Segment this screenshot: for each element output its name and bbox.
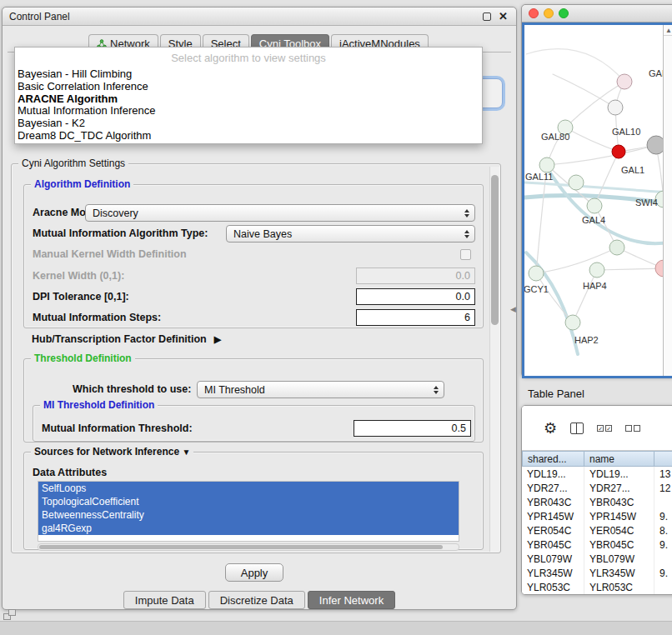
field-value: 0.0 xyxy=(456,291,470,302)
apply-button[interactable]: Apply xyxy=(225,563,283,582)
attribute-item-topologicalcoefficient[interactable]: TopologicalCoefficient xyxy=(38,495,459,508)
combobox-value: MI Threshold xyxy=(204,384,434,396)
table-header-row: shared...name xyxy=(522,451,672,467)
node-label-gal: GAL xyxy=(649,68,663,78)
network-node[interactable] xyxy=(609,240,624,255)
column-header-shared[interactable]: shared... xyxy=(522,451,584,467)
network-node[interactable] xyxy=(655,260,663,277)
algorithm-option-basic-correlation-inference[interactable]: Basic Correlation Inference xyxy=(15,81,482,93)
bottom-tab-infer-network[interactable]: Infer Network xyxy=(308,591,395,609)
network-node[interactable] xyxy=(589,262,604,278)
table-cell: YLR053C xyxy=(584,580,654,594)
select-all-columns-icon[interactable]: ✓✓ xyxy=(597,425,612,432)
bottom-tab-impute-data[interactable]: Impute Data xyxy=(123,591,206,609)
mi-threshold-definition-group: MI Threshold Definition Mutual Informati… xyxy=(33,405,475,442)
network-edge[interactable] xyxy=(553,74,615,108)
control-panel-window: Control Panel ✕ NetworkStyleSelectCyni T… xyxy=(2,7,517,610)
algorithm-definition-group: Algorithm Definition Aracne Mode: Discov… xyxy=(23,184,484,328)
network-node[interactable] xyxy=(565,315,580,330)
deselect-all-columns-icon[interactable] xyxy=(625,425,640,432)
network-node[interactable] xyxy=(612,145,625,158)
network-vertical-scrollbar[interactable]: ▲ xyxy=(663,25,672,376)
scroll-up-arrow-icon[interactable]: ▲ xyxy=(664,25,672,36)
table-cell: YER054C xyxy=(522,523,584,538)
network-edge[interactable] xyxy=(526,49,624,82)
network-node[interactable] xyxy=(587,198,602,213)
gear-icon[interactable]: ⚙ xyxy=(544,421,557,436)
combobox-value: Discovery xyxy=(93,208,464,219)
attribute-item-selfloops[interactable]: SelfLoops xyxy=(38,482,459,495)
algorithm-option-bayesian-hill-climbing[interactable]: Bayesian - Hill Climbing xyxy=(15,68,482,81)
node-label-gal1: GAL1 xyxy=(621,165,644,175)
network-canvas[interactable]: GALGAL80GAL10GAL11GAL1SWI4GAL4GCY1HAP4HA… xyxy=(522,22,672,378)
close-window-icon[interactable]: ✕ xyxy=(499,10,508,22)
show-columns-icon[interactable] xyxy=(570,422,584,434)
table-row[interactable]: YBR043CYBR043C xyxy=(522,495,672,509)
dropdown-placeholder: Select algorithm to view settings xyxy=(15,50,482,68)
attribute-item-gal4rgexp[interactable]: gal4RGexp xyxy=(38,522,459,535)
network-node[interactable] xyxy=(569,175,584,190)
algorithm-option-aracne-algorithm[interactable]: ARACNE Algorithm xyxy=(15,93,482,106)
combobox-arrows-icon xyxy=(464,230,469,238)
combobox-value: Naive Bayes xyxy=(233,228,464,240)
float-window-icon[interactable] xyxy=(483,12,491,21)
scrollbar-thumb[interactable] xyxy=(39,545,443,549)
sources-for-network-inference-group: Sources for Network Inference ▼ Data Att… xyxy=(23,452,484,550)
splitter-collapse-arrow-icon[interactable]: ◀ xyxy=(510,305,516,313)
hub-transcription-factor-expander[interactable]: Hub/Transcription Factor Definition▶ xyxy=(32,333,221,345)
manual-kernel-width-label: Manual Kernel Width Definition xyxy=(33,248,187,260)
table-row[interactable]: YDR27...YDR27...12 xyxy=(522,481,672,495)
attributes-horizontal-scrollbar[interactable] xyxy=(38,543,459,551)
algorithm-option-bayesian-k2[interactable]: Bayesian - K2 xyxy=(15,118,482,130)
bottom-tab-discretize-data[interactable]: Discretize Data xyxy=(208,591,305,609)
threshold-definition-title: Threshold Definition xyxy=(31,352,135,364)
attribute-item-betweennesscentrality[interactable]: BetweennessCentrality xyxy=(38,508,459,522)
combobox-arrows-icon xyxy=(464,209,469,218)
table-cell: YLR345W xyxy=(522,566,584,580)
mi-steps-field[interactable]: 6 xyxy=(356,309,475,326)
table-row[interactable]: YBL079WYBL079W xyxy=(522,552,672,566)
mi-threshold-field[interactable]: 0.5 xyxy=(354,420,471,437)
network-node[interactable] xyxy=(617,74,632,89)
column-header-name[interactable]: name xyxy=(584,451,654,467)
algorithm-option-mutual-information-inference[interactable]: Mutual Information Inference xyxy=(15,105,482,118)
table-panel-window: ⚙ ✓✓ shared...name YDL19...YDL19...13YDR… xyxy=(521,405,672,595)
minimize-traffic-light-icon[interactable] xyxy=(544,8,554,18)
scrollbar-thumb[interactable] xyxy=(491,175,499,325)
table-row[interactable]: YER054CYER054C8. xyxy=(522,523,672,538)
network-node[interactable] xyxy=(539,158,554,172)
network-edge[interactable] xyxy=(573,270,597,322)
table-row[interactable]: YDL19...YDL19...13 xyxy=(522,467,672,481)
which-threshold-combobox[interactable]: MI Threshold xyxy=(197,381,444,398)
table-row[interactable]: YBR045CYBR045C9. xyxy=(522,538,672,552)
dpi-tolerance-field[interactable]: 0.0 xyxy=(356,288,475,305)
zoom-traffic-light-icon[interactable] xyxy=(559,8,569,18)
network-node[interactable] xyxy=(529,266,544,281)
network-edge[interactable] xyxy=(565,128,619,152)
settings-vertical-scrollbar[interactable] xyxy=(489,167,499,552)
expanded-triangle-icon[interactable]: ▼ xyxy=(182,448,190,457)
table-row[interactable]: YLR345WYLR345W9. xyxy=(522,566,672,580)
mi-algorithm-type-combobox[interactable]: Naive Bayes xyxy=(226,225,475,242)
control-panel-titlebar[interactable]: Control Panel ✕ xyxy=(3,8,516,26)
restore-panels-icon[interactable] xyxy=(3,609,18,622)
table-row[interactable]: YPR145WYPR145W9. xyxy=(522,509,672,523)
column-header-extra[interactable] xyxy=(654,451,672,467)
network-edge[interactable] xyxy=(597,268,663,270)
network-node[interactable] xyxy=(608,100,623,115)
close-traffic-light-icon[interactable] xyxy=(529,8,539,18)
network-graph: GALGAL80GAL10GAL11GAL1SWI4GAL4GCY1HAP4HA… xyxy=(524,25,663,376)
manual-kernel-width-checkbox[interactable] xyxy=(460,249,471,260)
table-row[interactable]: YLR053CYLR053C xyxy=(522,580,672,594)
kernel-width-field[interactable]: 0.0 xyxy=(356,268,475,284)
table-cell: YDL19... xyxy=(522,467,584,481)
network-node[interactable] xyxy=(647,136,663,154)
node-label-gal80: GAL80 xyxy=(541,132,569,142)
node-label-gal10: GAL10 xyxy=(612,127,640,137)
threshold-definition-group: Threshold Definition Which threshold to … xyxy=(23,358,484,442)
table-cell: 9. xyxy=(654,566,672,580)
aracne-mode-combobox[interactable]: Discovery xyxy=(85,204,475,222)
network-window-titlebar[interactable] xyxy=(522,5,672,22)
settings-group-title: Cyni Algorithm Settings xyxy=(18,158,128,169)
algorithm-option-dream8-dc-tdc-algorithm[interactable]: Dream8 DC_TDC Algorithm xyxy=(15,130,482,142)
